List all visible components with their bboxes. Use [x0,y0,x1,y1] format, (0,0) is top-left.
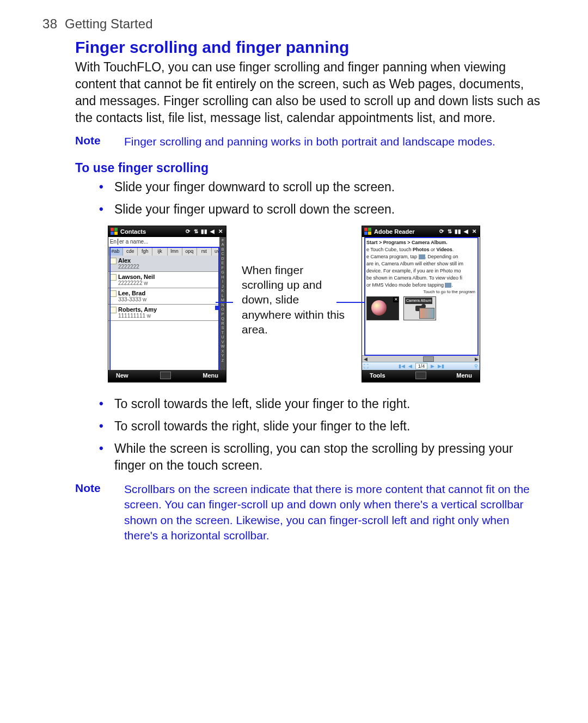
thumbnail-row: ✕ Camera Album [366,296,479,320]
note-2: Note Scrollbars on the screen indicate t… [75,482,546,543]
page-header: 38 Getting Started [42,16,546,32]
titlebar: Adobe Reader ⟳ ⇅ ▮▮ ◀ ✕ [362,226,480,237]
contacts-screen[interactable]: Ener a name... #ab cde fgh ijk lmn opq r… [108,237,226,370]
search-input[interactable]: Ener a name... [108,237,226,247]
alpha-tab[interactable]: opq [182,247,197,256]
alpha-tab[interactable]: cde [123,247,138,256]
note-1: Note Finger scrolling and panning works … [75,134,546,149]
page: 38 Getting Started Finger scrolling and … [0,0,588,723]
sync-icon[interactable]: ⟳ [185,228,191,235]
doc-text-bold: Videos [436,247,452,252]
close-icon[interactable]: ✕ [471,228,477,235]
softkey-new[interactable]: New [116,372,128,379]
fullscreen-icon[interactable]: ⛶ [364,363,369,369]
contact-icon [110,258,117,264]
subheading-finger-scrolling: To use finger scrolling [75,161,546,175]
alpha-tab[interactable]: rst [197,247,212,256]
doc-text: be shown in Camera Album. To view video … [366,275,479,281]
play-icon [445,283,451,288]
keyboard-icon[interactable] [415,372,426,379]
softkey-bar: Tools Menu [362,370,480,381]
volume-icon[interactable]: ◀ [463,228,469,235]
page-number: 38 [42,16,58,31]
bullet-item: Slide your finger downward to scroll up … [99,179,546,196]
breadcrumb-start: Start [366,240,378,245]
doc-text: e Touch Cube, touch [366,247,413,252]
app-title: Adobe Reader [374,228,415,235]
alpha-tab[interactable]: fgh [138,247,152,256]
document-body[interactable]: Start > Programs > Camera Album. e Touch… [365,237,480,355]
doc-text: mode before tapping [397,282,445,288]
note-label: Note [75,134,105,149]
note-text: Finger scrolling and panning works in bo… [124,134,495,149]
bullet-item: Slide your finger upward to scroll down … [99,201,546,218]
doc-text: device. For example, if you are in Photo… [366,268,479,274]
doc-text: or [429,247,436,252]
contact-list[interactable]: Alex 2222222 Lawson, Neil 22222222 w Lee… [108,256,219,370]
contact-number: 333-3333 w [118,296,217,302]
first-page-icon[interactable]: ▮◀ [399,363,405,369]
chapter-title: Getting Started [65,16,152,31]
prev-page-icon[interactable]: ◀ [408,363,412,369]
contact-name: Roberts, Amy [118,306,217,313]
connection-icon[interactable]: ⇅ [193,228,199,235]
start-icon[interactable] [364,228,372,235]
volume-icon[interactable]: ◀ [209,228,216,235]
reader-screen[interactable]: Start > Programs > Camera Album. e Touch… [362,237,480,370]
bullet-list-2: To scroll towards the left, slide your f… [75,396,546,474]
bullet-item: To scroll towards the right, slide your … [99,418,546,435]
section-title: Finger scrolling and finger panning [75,38,546,57]
az-index-strip[interactable]: #ABCDEFGHIJKLMNOPQRSTUVWXYZ [219,237,226,370]
page-nav-bar: ⛶ ▮◀ ◀ 1/4 ▶ ▶▮ ⚲ [362,362,480,370]
input-placeholder: er a name... [119,239,148,245]
contact-row[interactable]: Alex 2222222 [108,256,219,272]
breadcrumb: > Programs > Camera Album. [378,240,448,245]
next-page-icon[interactable]: ▶ [431,363,434,369]
doc-text: e Camera program, tap [366,254,419,259]
alpha-tab[interactable]: lmn [168,247,182,256]
thumbnail-camera-album[interactable]: Camera Album [403,296,436,320]
thumbnail-image[interactable]: ✕ [366,296,399,320]
page-indicator: 1/4 [415,363,428,369]
app-title: Contacts [120,228,146,235]
doc-callout: Touch to go to the program [399,289,475,294]
last-page-icon[interactable]: ▶▮ [438,363,444,369]
alpha-tab[interactable]: #ab [108,247,123,256]
contact-number: 22222222 w [118,280,217,286]
contact-name: Lee, Brad [118,290,217,296]
close-icon[interactable]: ✕ [393,297,399,302]
bullet-item: While the screen is scrolling, you can s… [99,440,546,474]
alpha-tab[interactable]: ijk [152,247,167,256]
close-icon[interactable]: ✕ [217,228,224,235]
keyboard-icon[interactable] [160,372,171,379]
signal-icon: ▮▮ [455,228,461,235]
scroll-right-icon[interactable]: ▶ [473,356,480,362]
doc-text: . [452,247,454,252]
titlebar: Contacts ⟳ ⇅ ▮▮ ◀ ✕ [108,226,226,237]
start-icon[interactable] [111,228,118,235]
softkey-tools[interactable]: Tools [370,372,385,379]
contact-row[interactable]: Lee, Brad 333-3333 w [108,288,219,305]
sync-icon[interactable]: ⟳ [438,228,445,235]
connection-icon[interactable]: ⇅ [446,228,453,235]
faces-preview [419,308,434,319]
contact-name: Alex [118,257,217,264]
contact-number: 2222222 [118,264,217,270]
contact-row[interactable]: Roberts, Amy 111111111 w [108,305,219,321]
alpha-tabs[interactable]: #ab cde fgh ijk lmn opq rst uvw [108,247,226,256]
contact-row[interactable]: Lawson, Neil 22222222 w [108,272,219,288]
doc-text: or MMS Video [366,282,397,288]
softkey-menu[interactable]: Menu [203,372,218,379]
device-reader: Adobe Reader ⟳ ⇅ ▮▮ ◀ ✕ Start > Programs… [362,226,480,382]
scroll-thumb[interactable] [423,356,434,362]
softkey-menu[interactable]: Menu [456,372,472,379]
contact-number: 111111111 w [118,313,217,319]
tools-icon[interactable]: ⚲ [474,363,478,369]
scroll-left-icon[interactable]: ◀ [362,356,369,362]
doc-text-bold: Photos [413,247,430,252]
softkey-bar: New Menu [108,370,226,381]
intro-paragraph: With TouchFLO, you can use finger scroll… [75,59,546,126]
contact-icon [110,307,117,313]
device-contacts: Contacts ⟳ ⇅ ▮▮ ◀ ✕ Ener a name... #ab c… [108,226,226,382]
input-text-left: En [110,239,117,245]
